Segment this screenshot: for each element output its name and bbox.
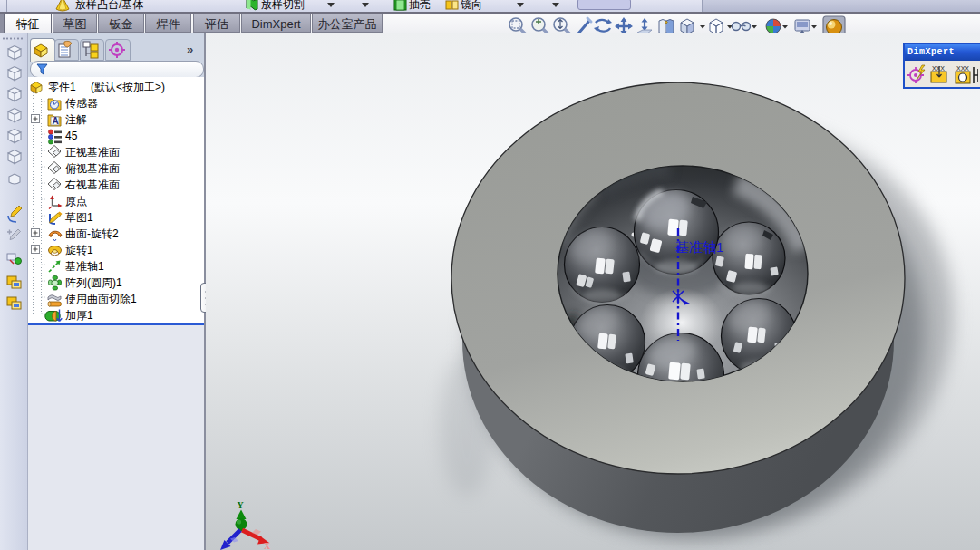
- svg-text:原点: 原点: [65, 195, 87, 207]
- svg-text:传感器: 传感器: [65, 97, 98, 110]
- svg-text:XXX: XXX: [956, 65, 969, 72]
- svg-text:零件1: 零件1: [48, 81, 76, 93]
- svg-text:使用曲面切除1: 使用曲面切除1: [65, 293, 137, 305]
- svg-text:基准轴1: 基准轴1: [65, 260, 104, 273]
- svg-text:A: A: [53, 116, 59, 126]
- svg-text:X: X: [264, 541, 271, 550]
- svg-text:Y: Y: [238, 500, 245, 510]
- svg-text:45: 45: [65, 130, 78, 142]
- svg-text:基准轴1: 基准轴1: [675, 239, 723, 255]
- svg-text:右视基准面: 右视基准面: [64, 179, 120, 191]
- svg-text:正视基准面: 正视基准面: [65, 146, 120, 159]
- svg-text:(默认<按加工>): (默认<按加工>): [91, 81, 165, 93]
- svg-text:旋转1: 旋转1: [65, 244, 93, 256]
- svg-text:注解: 注解: [65, 113, 87, 126]
- svg-text:阵列(圆周)1: 阵列(圆周)1: [65, 276, 122, 289]
- svg-text:俯视基准面: 俯视基准面: [65, 162, 120, 175]
- svg-text:草图1: 草图1: [65, 211, 93, 224]
- svg-text:加厚1: 加厚1: [65, 309, 93, 322]
- svg-text:XXX: XXX: [932, 65, 945, 72]
- svg-text:曲面-旋转2: 曲面-旋转2: [65, 227, 119, 240]
